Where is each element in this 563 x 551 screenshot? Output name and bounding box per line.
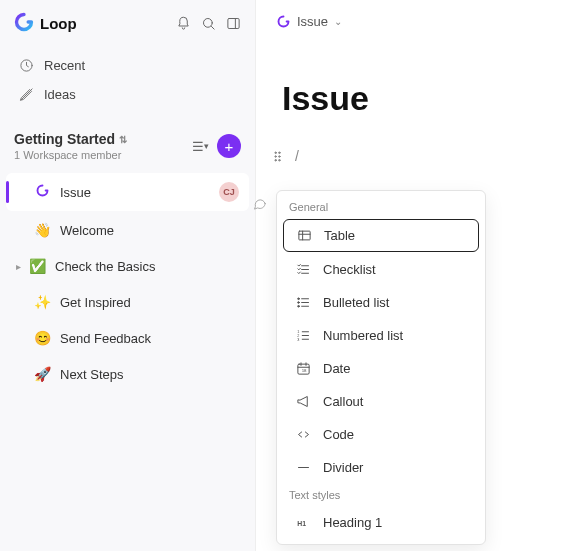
svg-point-7 [275,159,277,161]
date-icon: 18 [295,361,311,376]
svg-text:18: 18 [301,368,306,373]
menu-item-label: Callout [323,394,363,409]
sidebar-page-get-inspired[interactable]: ✨Get Inspired [6,285,249,319]
page-label: Check the Basics [55,259,239,274]
drag-handle-icon[interactable] [270,149,285,164]
svg-point-5 [275,155,277,157]
svg-point-4 [279,152,281,154]
panel-toggle-icon[interactable] [226,16,241,31]
svg-point-0 [204,19,213,28]
svg-point-8 [279,159,281,161]
menu-item-date[interactable]: 18 Date [283,353,479,384]
page-emoji-icon: ✅ [29,258,45,274]
menu-item-label: Numbered list [323,328,403,343]
sidebar: Loop Recent Ideas Getting Started [0,0,256,551]
menu-section-general: General [277,197,485,217]
menu-item-label: Code [323,427,354,442]
loop-page-icon [34,183,50,201]
breadcrumb[interactable]: Issue ⌄ [276,14,543,29]
sidebar-page-send-feedback[interactable]: 😊Send Feedback [6,321,249,355]
menu-item-label: Bulleted list [323,295,389,310]
svg-point-11 [297,302,299,304]
svg-text:H1: H1 [297,520,306,527]
svg-point-3 [275,152,277,154]
clock-icon [18,58,34,73]
menu-item-label: Heading 1 [323,515,382,530]
app-logo[interactable]: Loop [14,12,77,35]
add-page-button[interactable]: + [217,134,241,158]
nav-ideas-label: Ideas [44,87,76,102]
pen-icon [18,87,34,102]
sort-chevrons-icon: ⇅ [119,134,127,145]
menu-item-heading-1[interactable]: H1 Heading 1 [283,507,479,538]
page-emoji-icon: ✨ [34,294,50,310]
chevron-right-icon[interactable]: ▸ [16,261,21,272]
nav-recent[interactable]: Recent [8,51,247,80]
slash-trigger[interactable]: / [295,148,299,164]
page-label: Welcome [60,223,239,238]
page-label: Get Inspired [60,295,239,310]
callout-icon [295,394,311,409]
chevron-down-icon: ⌄ [334,16,342,27]
sidebar-page-issue[interactable]: IssueCJ [6,173,249,211]
page-label: Issue [60,185,209,200]
checklist-icon [295,262,311,277]
h1-icon: H1 [295,515,311,530]
insert-menu: General Table Checklist Bulleted list123… [276,190,486,545]
svg-point-10 [297,298,299,300]
menu-item-label: Table [324,228,355,243]
page-emoji-icon: 👋 [34,222,50,238]
page-emoji-icon: 😊 [34,330,50,346]
main-content: Issue ⌄ Issue / General Table Checklist … [256,0,563,551]
page-list: IssueCJ👋Welcome▸✅Check the Basics✨Get In… [0,167,255,399]
menu-item-checklist[interactable]: Checklist [283,254,479,285]
table-icon [296,228,312,243]
menu-item-numbered-list[interactable]: 123 Numbered list [283,320,479,351]
svg-point-6 [279,155,281,157]
svg-rect-1 [228,19,239,29]
menu-item-label: Divider [323,460,363,475]
menu-item-table[interactable]: Table [283,219,479,252]
menu-section-text-styles: Text styles [277,485,485,505]
menu-item-label: Checklist [323,262,376,277]
svg-point-12 [297,305,299,307]
loop-page-icon [276,14,291,29]
sidebar-page-welcome[interactable]: 👋Welcome [6,213,249,247]
menu-item-label: Date [323,361,350,376]
page-title[interactable]: Issue [282,79,543,118]
svg-rect-9 [298,231,309,240]
workspace-subtitle: 1 Workspace member [14,149,127,161]
page-emoji-icon: 🚀 [34,366,50,382]
list-options-button[interactable]: ☰▾ [192,139,209,154]
breadcrumb-label: Issue [297,14,328,29]
comment-icon[interactable] [252,196,267,214]
page-label: Next Steps [60,367,239,382]
menu-item-divider[interactable]: Divider [283,452,479,483]
numbered-icon: 123 [295,328,311,343]
menu-item-code[interactable]: Code [283,419,479,450]
code-icon [295,427,311,442]
search-icon[interactable] [201,16,216,31]
avatar: CJ [219,182,239,202]
app-name: Loop [40,15,77,32]
loop-icon [14,12,34,35]
sidebar-page-check-the-basics[interactable]: ▸✅Check the Basics [6,249,249,283]
bullets-icon [295,295,311,310]
page-label: Send Feedback [60,331,239,346]
menu-item-callout[interactable]: Callout [283,386,479,417]
sidebar-page-next-steps[interactable]: 🚀Next Steps [6,357,249,391]
svg-text:3: 3 [297,338,299,342]
notifications-icon[interactable] [176,16,191,31]
workspace-title[interactable]: Getting Started ⇅ [14,131,127,147]
nav-recent-label: Recent [44,58,85,73]
menu-item-bulleted-list[interactable]: Bulleted list [283,287,479,318]
nav-ideas[interactable]: Ideas [8,80,247,109]
divider-icon [295,460,311,475]
